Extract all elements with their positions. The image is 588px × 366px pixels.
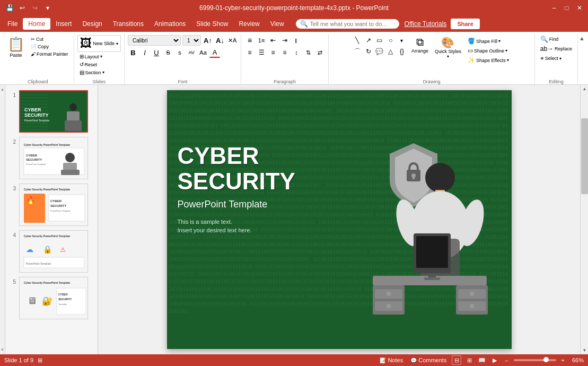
align-right-btn[interactable]: ≡ — [268, 47, 278, 58]
decrease-font-btn[interactable]: A↓ — [215, 35, 225, 46]
quick-styles-button[interactable]: 🎨 Quick Styles ▾ — [433, 35, 463, 60]
clear-format-btn[interactable]: ✕A — [227, 35, 238, 46]
line-shape-btn[interactable]: ╲ — [352, 35, 363, 46]
svg-text:SECURITY: SECURITY — [58, 298, 72, 301]
undo-quick-btn[interactable]: ↩ — [17, 3, 28, 13]
increase-font-btn[interactable]: A↑ — [203, 35, 213, 46]
copy-button[interactable]: 📄Copy — [29, 43, 71, 50]
rect-shape-btn[interactable]: ▭ — [374, 35, 385, 46]
office-tutorials-link[interactable]: Office Tutorials — [405, 20, 447, 28]
text-shadow-btn[interactable]: s — [174, 47, 185, 58]
increase-indent-btn[interactable]: ⇥ — [279, 35, 290, 46]
bullets-btn[interactable]: ≡ — [244, 35, 255, 46]
zoom-out-btn[interactable]: – — [503, 357, 510, 363]
scroll-thumb[interactable] — [581, 118, 588, 194]
new-slide-button[interactable]: 🖼 New Slide ▾ — [77, 35, 121, 52]
section-button[interactable]: ▤ Section▾ — [77, 69, 121, 76]
tell-me-search[interactable] — [310, 21, 395, 27]
minimize-btn[interactable]: – — [550, 4, 558, 12]
italic-btn[interactable]: I — [139, 47, 150, 58]
menu-home[interactable]: Home — [23, 18, 50, 30]
slide-sorter-btn[interactable]: ⊞ — [464, 355, 474, 365]
bracket-btn[interactable]: {} — [397, 46, 407, 57]
shape-fill-btn[interactable]: 🪣 Shape Fill▾ — [466, 37, 511, 45]
paragraph-label: Paragraph — [241, 79, 328, 84]
replace-button[interactable]: ab→ Replace — [538, 45, 574, 53]
menu-review[interactable]: Review — [233, 18, 265, 30]
select-button[interactable]: ⌖ Select▾ — [538, 54, 574, 63]
slide-main-area[interactable]: 0100110100101001010010100101001010010100… — [98, 85, 580, 354]
arrow-shape-btn[interactable]: ↗ — [363, 35, 374, 46]
bold-btn[interactable]: B — [128, 47, 138, 58]
slide-thumb-5[interactable]: 5 Cyber Security PowerPoint Template 🖥 🔐… — [8, 276, 94, 320]
circle-shape-btn[interactable]: ○ — [385, 35, 396, 46]
right-scrollbar[interactable]: ▲ ▼ — [580, 85, 588, 354]
slide-thumb-4[interactable]: 4 Cyber Security PowerPoint Template ☁ 🔒… — [8, 229, 94, 274]
svg-rect-17 — [67, 111, 80, 121]
format-painter-button[interactable]: 🖌Format Painter — [29, 51, 71, 57]
slide-status-icon[interactable]: ⊞ — [38, 357, 42, 364]
underline-btn[interactable]: U — [151, 47, 162, 58]
slideshow-btn[interactable]: ▶ — [490, 355, 499, 365]
layout-button[interactable]: ⊞ Layout▾ — [77, 53, 121, 60]
ribbon-collapse-btn[interactable]: ▲ — [578, 34, 586, 85]
decrease-indent-btn[interactable]: ⇤ — [268, 35, 278, 46]
svg-text:Cyber Security PowerPoint Temp: Cyber Security PowerPoint Template — [24, 188, 70, 191]
triangle-btn[interactable]: △ — [385, 46, 396, 57]
text-dir-btn[interactable]: ⇅ — [303, 47, 313, 58]
char-spacing-btn[interactable]: AV — [186, 47, 197, 58]
scroll-up-btn[interactable]: ▲ — [581, 85, 588, 93]
menu-transitions[interactable]: Transitions — [108, 18, 149, 30]
line-spacing-btn[interactable]: ↕ — [291, 47, 302, 58]
ribbon-group-drawing: ╲ ↗ ▭ ○ ▾ ⌒ ↻ 💬 △ {} — [329, 34, 535, 85]
menu-slideshow[interactable]: Slide Show — [191, 18, 233, 30]
shape-effects-btn[interactable]: ✨ Shape Effects▾ — [466, 56, 511, 64]
font-color-btn[interactable]: A — [209, 47, 220, 58]
slide-thumb-3[interactable]: 3 Cyber Security PowerPoint Template 🔥 C… — [8, 182, 94, 227]
save-quick-btn[interactable]: 💾 — [4, 3, 15, 13]
align-center-btn[interactable]: ☰ — [256, 47, 267, 58]
shape-outline-btn[interactable]: ▭ Shape Outline▾ — [466, 47, 511, 55]
scroll-down-btn[interactable]: ▼ — [581, 346, 588, 354]
justify-btn[interactable]: ≡ — [279, 47, 290, 58]
redo-quick-btn[interactable]: ↪ — [30, 3, 40, 13]
font-size-select[interactable]: 18 — [182, 35, 201, 46]
columns-btn[interactable]: ⫿ — [291, 35, 302, 46]
menu-file[interactable]: File — [2, 18, 23, 30]
find-button[interactable]: 🔍 Find — [538, 35, 574, 43]
slide-thumb-1[interactable]: 1 010011010010100101001 1001010010100101… — [8, 89, 94, 134]
zoom-level: 66% — [572, 357, 584, 363]
notes-btn[interactable]: 📝 Notes — [378, 357, 405, 363]
line2-shape-btn[interactable]: ⌒ — [352, 46, 363, 57]
menu-view[interactable]: View — [265, 18, 289, 30]
menu-animations[interactable]: Animations — [149, 18, 191, 30]
callout-btn[interactable]: 💬 — [374, 46, 385, 57]
numbering-btn[interactable]: 1≡ — [256, 35, 267, 46]
align-left-btn[interactable]: ≡ — [244, 47, 255, 58]
reset-button[interactable]: ↺ Reset — [77, 61, 121, 68]
zoom-handle[interactable] — [543, 357, 549, 362]
svg-point-54 — [425, 163, 455, 193]
cut-button[interactable]: ✂Cut — [29, 36, 71, 42]
close-btn[interactable]: ✕ — [575, 4, 584, 12]
arrange-button[interactable]: ⧉ Arrange — [409, 35, 431, 55]
more-shapes-btn[interactable]: ▾ — [397, 35, 407, 46]
left-scrollbar[interactable]: ▲ ▼ — [0, 85, 5, 354]
slide-thumb-2[interactable]: 2 Cyber Security PowerPoint Template CYB… — [8, 136, 94, 180]
comments-btn[interactable]: 💬 Comments — [408, 357, 449, 363]
font-name-select[interactable]: Calibri — [128, 35, 181, 46]
strikethrough-btn[interactable]: S — [163, 47, 173, 58]
zoom-slider[interactable] — [514, 359, 556, 361]
maximize-btn[interactable]: □ — [563, 4, 571, 12]
paste-button[interactable]: 📋 Paste — [5, 35, 27, 59]
convert-to-smart-btn[interactable]: ⇄ — [314, 47, 325, 58]
font-size-inline-btn[interactable]: Aa — [198, 47, 208, 58]
menu-design[interactable]: Design — [77, 18, 107, 30]
curved-arrow-btn[interactable]: ↻ — [363, 46, 374, 57]
zoom-in-btn[interactable]: + — [559, 357, 567, 363]
menu-insert[interactable]: Insert — [50, 18, 77, 30]
normal-view-btn[interactable]: ⊟ — [452, 355, 461, 365]
customize-quick-btn[interactable]: ▾ — [42, 3, 53, 13]
share-button[interactable]: Share — [451, 19, 480, 29]
reading-view-btn[interactable]: 📖 — [477, 355, 487, 365]
